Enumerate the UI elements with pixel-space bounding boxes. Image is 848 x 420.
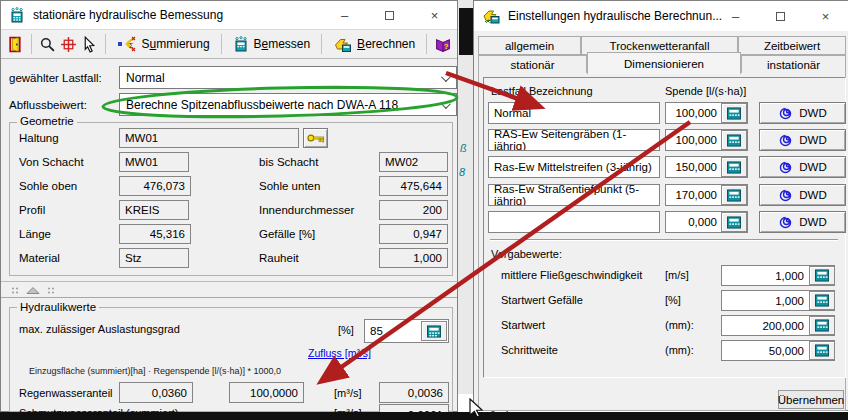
bemessen-calculator-icon (233, 36, 249, 52)
calculator-button[interactable] (721, 103, 747, 123)
regen-value-field[interactable]: 0,0036 (379, 382, 449, 403)
dwd-label: DWD (799, 134, 826, 146)
dwd-spiral-icon (778, 215, 793, 230)
help-book-icon[interactable]: ? (432, 32, 453, 56)
lastfall-label: gewählter Lastfall: (9, 72, 102, 84)
lastfall-value: Normal (126, 71, 165, 85)
splitter-bar[interactable] (1, 281, 457, 298)
fliessgeschwindigkeit-label: mittlere Fließgeschwindigkeit (501, 269, 642, 281)
berechnen-button[interactable]: Berechnen (327, 34, 421, 54)
regen-flaeche-field[interactable]: 0,0360 (119, 382, 193, 403)
tab-stationaer[interactable]: stationär (478, 55, 587, 74)
chevron-down-icon (441, 99, 451, 109)
toolbar-separator (426, 34, 427, 54)
maximize-button[interactable] (367, 1, 412, 29)
dwd-label: DWD (799, 216, 826, 228)
laenge-field[interactable]: 45,316 (119, 224, 191, 244)
regen-spende-field[interactable]: 100,0000 (229, 382, 304, 403)
tab-instationaer[interactable]: instationär (741, 55, 846, 74)
right-titlebar[interactable]: Einstellungen hydraulische Berechnun... … (474, 1, 848, 31)
dwd-button[interactable]: DWD (759, 184, 846, 206)
screenshot-root: ß 8 / 0 / 8 stationäre hydraulische Beme… (0, 0, 848, 420)
lastfall-header: Lastfall Bezeichnung (491, 85, 593, 97)
toolbar-separator (221, 34, 222, 54)
svg-text:?: ? (444, 42, 449, 51)
calculator-button[interactable] (809, 266, 835, 285)
auslastungsgrad-value: 85 (370, 325, 383, 337)
calculator-button[interactable] (721, 185, 747, 205)
toolbar-separator (31, 34, 32, 54)
settings-hand-icon (482, 8, 500, 24)
left-titlebar[interactable]: stationäre hydraulische Bemessung – × (1, 1, 457, 29)
section-divider (490, 239, 838, 241)
uebernehmen-button[interactable]: Übernehmen (778, 390, 844, 409)
calculator-button[interactable] (721, 157, 747, 177)
dwd-button[interactable]: DWD (759, 156, 846, 178)
map-glyph: 8 (459, 166, 465, 178)
hydraulikwerte-title: Hydraulikwerte (17, 301, 99, 313)
sohle-oben-label: Sohle oben (19, 180, 77, 192)
haltung-key-button[interactable] (303, 128, 328, 148)
tab-allgemein[interactable]: allgemein (478, 36, 581, 55)
bemessen-label: Bemessen (254, 37, 311, 51)
geometrie-title: Geometrie (17, 115, 77, 127)
auslastungsgrad-label: max. zulässiger Auslastungsgrad (19, 323, 180, 335)
left-toolbar: Σ Summierung Bemessen Berechnen (1, 29, 457, 59)
dwd-label: DWD (799, 161, 826, 173)
calculator-icon (9, 7, 25, 23)
dwd-button[interactable]: DWD (759, 211, 846, 233)
sohle-unten-field[interactable]: 475,644 (379, 176, 448, 196)
bis-schacht-field[interactable]: MW02 (379, 152, 448, 172)
laenge-label: Länge (19, 228, 51, 240)
tab-zeitbeiwert[interactable]: Zeitbeiwert (738, 36, 846, 55)
lastfall-name-field[interactable]: Normal (488, 102, 660, 124)
dwd-spiral-icon (778, 106, 793, 121)
bemessen-button[interactable]: Bemessen (227, 34, 317, 54)
gefaelle-field[interactable]: 0,947 (379, 224, 448, 244)
material-label: Material (19, 252, 60, 264)
dwd-button[interactable]: DWD (759, 129, 846, 151)
lastfall-name-field[interactable] (488, 211, 660, 233)
dwd-button[interactable]: DWD (759, 102, 846, 124)
minimize-button[interactable]: – (322, 1, 367, 29)
lastfall-name-field[interactable]: Ras-Ew Mittelstreifen (3-jährig) (488, 156, 660, 178)
gefaelle-label: Gefälle [%] (259, 228, 315, 240)
calculator-button[interactable] (421, 321, 447, 341)
sohle-unten-label: Sohle unten (259, 180, 320, 192)
calculator-button[interactable] (721, 212, 747, 232)
haltung-field[interactable]: MW01 (119, 128, 299, 148)
berechnen-icon (333, 36, 352, 52)
calculator-button[interactable] (809, 291, 835, 310)
close-button[interactable]: × (412, 1, 457, 29)
calculator-icon (426, 325, 442, 338)
summierung-button[interactable]: Σ Summierung (111, 34, 216, 54)
abflussbeiwert-label: Abflussbeiwert: (9, 99, 87, 111)
minimize-button[interactable]: – (713, 1, 758, 31)
von-schacht-field[interactable]: MW01 (119, 152, 189, 172)
calculator-button[interactable] (721, 130, 747, 150)
tab-dimensionieren[interactable]: Dimensionieren (587, 52, 741, 74)
close-button[interactable]: × (803, 1, 848, 31)
crosshair-icon[interactable] (58, 32, 79, 56)
select-cursor-icon[interactable] (79, 32, 100, 56)
summierung-icon: Σ (117, 36, 137, 52)
lastfall-name-field[interactable]: Ras-Ew Straßentiefpunkt (5-jährig) (488, 184, 660, 206)
calculator-button[interactable] (809, 316, 835, 335)
innendurchmesser-field[interactable]: 200 (379, 200, 448, 220)
lastfall-name-field[interactable]: RAS-Ew Seitengräben (1-jährig) (488, 129, 660, 151)
auslastungsgrad-field[interactable]: 85 (364, 319, 449, 343)
zufluss-link[interactable]: Zufluss [m³/s] (308, 347, 371, 359)
rauheit-field[interactable]: 1,000 (379, 248, 448, 268)
maximize-button[interactable] (758, 1, 803, 31)
sohle-oben-field[interactable]: 476,073 (119, 176, 191, 196)
abflussbeiwert-value: Berechne Spitzenabflussbeiwerte nach DWA… (126, 98, 398, 112)
berechnen-label: Berechnen (357, 37, 415, 51)
lastfall-combobox[interactable]: Normal (119, 66, 457, 89)
startwert-gefaelle-label: Startwert Gefälle (501, 294, 583, 306)
profil-field[interactable]: KREIS (119, 200, 189, 220)
exit-door-icon[interactable] (5, 32, 26, 56)
calculator-button[interactable] (809, 341, 835, 360)
material-field[interactable]: Stz (119, 248, 189, 268)
abflussbeiwert-combobox[interactable]: Berechne Spitzenabflussbeiwerte nach DWA… (119, 93, 457, 116)
zoom-icon[interactable] (37, 32, 58, 56)
